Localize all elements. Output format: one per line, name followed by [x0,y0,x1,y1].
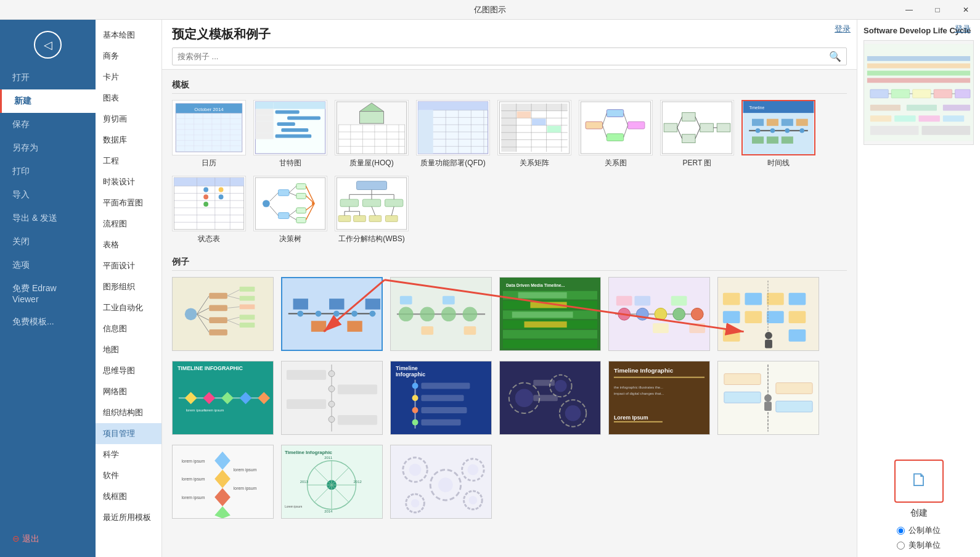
category-org[interactable]: 组织结构图 [96,402,161,423]
example-thumb-1 [172,277,274,351]
svg-rect-259 [338,415,377,425]
template-card-timeline[interactable]: Timeline [741,100,815,168]
svg-point-276 [555,379,567,392]
sidebar-item-saveas[interactable]: 另存为 [0,136,96,160]
svg-rect-143 [362,199,380,207]
template-card-calendar[interactable]: October 2014 [172,100,246,168]
metric-unit-option[interactable]: 公制单位 [897,525,941,536]
template-card-pert[interactable]: PERT 图 [660,100,734,168]
svg-point-120 [219,194,224,199]
sidebar-item-save[interactable]: 保存 [0,113,96,136]
svg-rect-166 [209,292,227,299]
imperial-unit-option[interactable]: 美制单位 [897,540,941,551]
template-card-wbs[interactable]: 工作分解结构(WBS) [335,176,409,244]
example-card-10[interactable] [499,361,601,437]
back-button[interactable]: ◁ [34,31,62,59]
template-card-hoq[interactable]: 质量屋(HOQ) [335,100,409,168]
template-card-relation-matrix[interactable]: 关系矩阵 [497,100,571,168]
category-card[interactable]: 卡片 [96,67,161,88]
sidebar-item-edraw-viewer[interactable]: 免费 Edraw Viewer [0,277,96,310]
example-card-9[interactable]: Timeline Infographic [390,361,492,437]
example-card-6[interactable] [717,277,819,353]
example-card-7[interactable]: TIMELINE INFOGRAPHIC lorem ipsum lorem i… [172,361,274,437]
category-business[interactable]: 商务 [96,46,161,67]
svg-point-322 [409,463,422,476]
category-flatdesign[interactable]: 平面设计 [96,255,161,276]
search-input[interactable] [178,52,829,61]
sidebar-item-new[interactable]: 新建 [0,89,96,113]
sidebar-item-import[interactable]: 导入 [0,183,96,207]
category-mindmap[interactable]: 思维导图 [96,360,161,381]
maximize-button[interactable]: □ [923,0,952,20]
category-graphic[interactable]: 图形组织 [96,276,161,297]
create-button[interactable]: 🗋 [894,460,944,503]
svg-point-116 [203,188,208,192]
category-clip[interactable]: 剪切画 [96,109,161,130]
svg-rect-225 [689,323,705,333]
example-card-11[interactable]: Timeline Infographic the infographic ill… [608,361,710,437]
template-card-decision-tree[interactable]: 决策树 [253,176,327,244]
category-table[interactable]: 表格 [96,234,161,255]
category-network[interactable]: 网络图 [96,381,161,402]
example-card-3[interactable] [390,277,492,353]
sidebar-item-print[interactable]: 打印 [0,160,96,183]
sidebar-item-options[interactable]: 选项 [0,254,96,277]
template-card-gantt[interactable]: 甘特图 [253,100,327,168]
template-card-relation-chart[interactable]: 关系图 [579,100,653,168]
category-science[interactable]: 科学 [96,444,161,465]
example-card-12[interactable] [717,361,819,437]
sidebar-item-export[interactable]: 导出 & 发送 [0,207,96,230]
minimize-button[interactable]: — [895,0,923,20]
search-icon[interactable]: 🔍 [829,51,841,62]
imperial-unit-radio[interactable] [897,542,905,550]
example-card-5[interactable] [608,277,710,353]
example-card-1[interactable] [172,277,274,353]
template-label-gantt: 甘特图 [253,158,327,168]
sidebar-item-close[interactable]: 关闭 [0,230,96,254]
example-thumb-6 [717,277,819,351]
category-basic[interactable]: 基本绘图 [96,25,161,46]
sidebar-item-free-templates[interactable]: 免费模板... [0,310,96,334]
category-flowchart[interactable]: 流程图 [96,213,161,234]
category-recent[interactable]: 最近所用模板 [96,507,161,528]
category-project[interactable]: 项目管理 [96,423,161,444]
category-fashion[interactable]: 时装设计 [96,171,161,192]
category-floorplan[interactable]: 平面布置图 [96,192,161,213]
login-link-top[interactable]: 登录 [955,23,971,35]
svg-rect-271 [421,419,460,426]
category-chart[interactable]: 图表 [96,88,161,109]
svg-rect-340 [891,89,910,98]
svg-rect-294 [776,382,812,394]
category-map[interactable]: 地图 [96,339,161,360]
svg-rect-236 [789,329,806,342]
template-card-qfd[interactable]: 质量功能部署(QFD) [416,100,490,168]
example-card-14[interactable]: Timeline Infographic 2011 2014 [281,445,383,521]
svg-point-252 [329,371,335,377]
example-card-8[interactable] [281,361,383,437]
title-bar: 亿图图示 — □ ✕ [0,0,980,20]
category-industrial[interactable]: 工业自动化 [96,297,161,318]
sidebar-item-open[interactable]: 打开 [0,66,96,89]
close-button[interactable]: ✕ [952,0,980,20]
sidebar-item-exit[interactable]: ⊖ 退出 [0,527,96,551]
category-engineering[interactable]: 工程 [96,151,161,171]
category-wireframe[interactable]: 线框图 [96,486,161,507]
template-card-status-table[interactable]: 状态表 [172,176,246,244]
example-card-15[interactable] [390,445,492,521]
svg-rect-258 [287,399,326,409]
svg-rect-232 [767,292,784,305]
svg-text:lorem ipsum: lorem ipsum [234,468,257,472]
example-card-13[interactable]: lorem ipsum lorem ipsum lorem ipsum lore… [172,445,274,521]
svg-rect-67 [517,112,531,118]
category-infographic[interactable]: 信息图 [96,318,161,339]
metric-unit-radio[interactable] [897,527,905,535]
example-thumb-14: Timeline Infographic 2011 2014 [281,445,383,519]
category-software[interactable]: 软件 [96,465,161,486]
category-database[interactable]: 数据库 [96,130,161,151]
svg-text:lorem ipsum: lorem ipsum [182,458,205,463]
svg-point-264 [412,382,419,389]
svg-text:Lorem Ipsum: Lorem Ipsum [614,415,648,421]
svg-text:lorem ipsum: lorem ipsum [182,495,205,500]
example-card-4[interactable]: Data Driven Media Timeline... [499,277,601,353]
example-card-2[interactable] [281,277,383,353]
